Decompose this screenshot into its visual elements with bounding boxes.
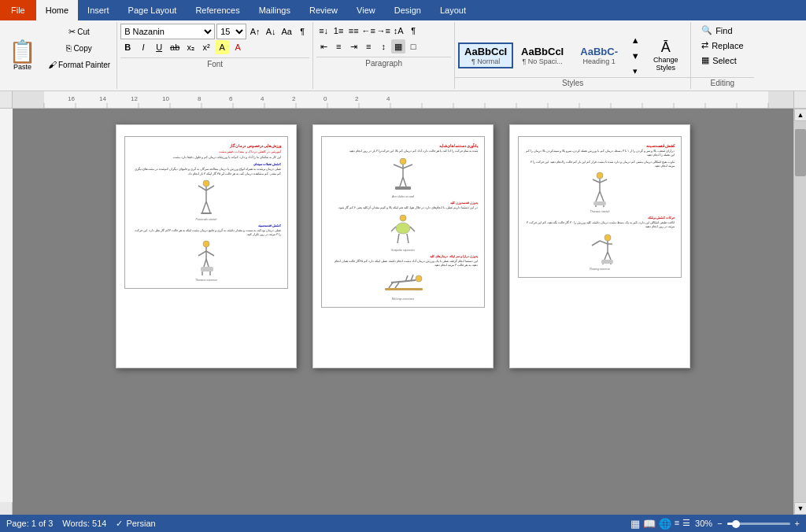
tab-design[interactable]: Design [385, 0, 431, 20]
svg-text:2: 2 [355, 95, 359, 102]
web-layout-button[interactable]: 🌐 [659, 518, 671, 530]
copy-button[interactable]: ⎘ Copy [45, 40, 113, 56]
language-indicator[interactable]: ✓ Persian [116, 519, 155, 529]
justify-button[interactable]: ≡ [361, 39, 375, 54]
svg-line-49 [206, 251, 214, 256]
italic-button[interactable]: I [136, 40, 150, 54]
highlight-button[interactable]: A [215, 40, 229, 54]
align-center-button[interactable]: ≡ [331, 39, 346, 54]
scroll-up-button[interactable]: ▲ [794, 109, 806, 121]
style-no-spacing[interactable]: AaBbCcI ¶ No Spaci... [515, 42, 570, 68]
superscript-button[interactable]: x² [199, 40, 213, 54]
indent-decrease-button[interactable]: ←≡ [361, 24, 375, 38]
bold-button[interactable]: B [120, 40, 135, 54]
borders-button[interactable]: □ [406, 39, 420, 54]
zoom-slider[interactable] [727, 523, 790, 525]
svg-line-65 [410, 227, 415, 231]
svg-line-79 [596, 191, 600, 201]
shading-button[interactable]: ▦ [391, 39, 405, 54]
clear-format-button[interactable]: Aa [279, 24, 294, 39]
vertical-ruler-svg [0, 109, 13, 502]
zoom-in-button[interactable]: + [795, 519, 800, 528]
tab-review[interactable]: Review [300, 0, 347, 20]
vertical-scrollbar[interactable]: ▲ ▼ [793, 109, 806, 515]
mid-trap-svg [383, 271, 423, 294]
show-all-button[interactable]: ¶ [295, 24, 309, 39]
p2-figure3 [328, 271, 478, 294]
strikethrough-button[interactable]: ab [168, 40, 182, 54]
scroll-track[interactable] [794, 121, 806, 502]
zoom-out-button[interactable]: − [717, 519, 722, 528]
outline-button[interactable]: ≡ [675, 518, 679, 530]
horizontal-ruler: 16 14 12 10 8 6 4 2 0 2 4 [13, 91, 793, 108]
tab-page-layout[interactable]: Page Layout [119, 0, 187, 20]
find-button[interactable]: 🔍 Find [697, 24, 747, 37]
multilevel-list-button[interactable]: ≡≡ [346, 24, 360, 38]
paste-button[interactable]: 📋 Paste [3, 24, 42, 87]
show-marks-button[interactable]: ¶ [406, 24, 420, 38]
tab-home[interactable]: Home [36, 0, 78, 20]
svg-line-86 [600, 241, 608, 244]
subscript-button[interactable]: x₂ [183, 40, 198, 54]
svg-line-69 [391, 280, 416, 283]
document-area[interactable]: ورزش‌هایی درخصوص درمان گاز آموزشی در کاه… [13, 109, 793, 515]
list-bullets-button[interactable]: ≡↓ [316, 24, 331, 38]
indent-increase-button[interactable]: →≡ [376, 24, 390, 38]
replace-button[interactable]: ⇄ Replace [697, 39, 747, 52]
styles-scroll-up[interactable]: ▲ [628, 33, 642, 47]
p1-subtitle: آموزشی در کاهش دردناک و معدات دقیقی پشت [131, 150, 281, 153]
font-size-select[interactable]: 15 [216, 24, 246, 39]
change-styles-button[interactable]: Ā Change Styles [644, 37, 687, 74]
styles-more[interactable]: ▾ [628, 65, 642, 79]
svg-rect-45 [201, 212, 212, 214]
font-label: Font [120, 57, 309, 68]
draft-button[interactable]: ☰ [682, 518, 690, 530]
tab-layout[interactable]: Layout [431, 0, 475, 20]
svg-rect-2 [768, 91, 793, 108]
svg-rect-74 [385, 288, 423, 290]
font-row-1: B Nazanin 15 A↑ A↓ Aa ¶ [120, 24, 309, 39]
font-grow-button[interactable]: A↑ [248, 24, 262, 39]
select-button[interactable]: ▦ Select [697, 54, 747, 67]
align-left-button[interactable]: ⇤ [316, 39, 331, 54]
style-heading1[interactable]: AaBbC- Heading 1 [571, 42, 627, 68]
list-numbers-button[interactable]: 1≡ [331, 24, 346, 38]
underline-button[interactable]: U [152, 40, 166, 54]
editing-label: Editing [691, 77, 753, 87]
svg-point-62 [400, 215, 406, 221]
scroll-down-button[interactable]: ▼ [794, 502, 806, 515]
svg-line-90 [608, 252, 611, 260]
ruler-corner [0, 91, 13, 108]
tab-mailings[interactable]: Mailings [250, 0, 300, 20]
scroll-thumb[interactable] [795, 129, 806, 176]
zoom-area: ▦ 📖 🌐 ≡ ☰ 30% − + [630, 518, 800, 530]
style-normal[interactable]: AaBbCcI ¶ Normal [458, 42, 513, 68]
tab-view[interactable]: View [347, 0, 385, 20]
font-shrink-button[interactable]: A↓ [264, 24, 278, 39]
p1-text3: عملی درمان بودکند، به سمت و مقدار داشته،… [131, 229, 281, 238]
paragraph-group: ≡↓ 1≡ ≡≡ ←≡ →≡ ↕A ¶ ⇤ ≡ ⇥ ≡ ↕ ▦ □ Paragr… [313, 22, 455, 89]
align-right-button[interactable]: ⇥ [346, 39, 360, 54]
svg-line-48 [198, 251, 206, 256]
font-color-button[interactable]: A [231, 40, 245, 54]
font-family-select[interactable]: B Nazanin [120, 24, 215, 39]
svg-line-43 [202, 201, 206, 212]
svg-line-89 [604, 252, 608, 260]
print-layout-button[interactable]: ▦ [630, 518, 640, 530]
tab-insert[interactable]: Insert [78, 0, 119, 20]
line-spacing-button[interactable]: ↕ [376, 39, 390, 54]
format-painter-button[interactable]: 🖌 Format Painter [45, 57, 113, 72]
rowing-svg [586, 233, 614, 264]
full-reading-button[interactable]: 📖 [643, 518, 656, 530]
svg-text:0: 0 [324, 95, 327, 102]
styles-group: AaBbCcI ¶ Normal AaBbCcI ¶ No Spaci... A… [455, 22, 691, 89]
tab-file[interactable]: File [0, 0, 36, 20]
cut-button[interactable]: ✂ Cut [45, 24, 113, 39]
svg-line-67 [407, 234, 409, 243]
styles-scroll-down[interactable]: ▼ [628, 49, 642, 63]
sort-button[interactable]: ↕A [391, 24, 405, 38]
tab-references[interactable]: References [186, 0, 249, 20]
ruler-right [793, 91, 806, 108]
zoom-slider-thumb[interactable] [732, 520, 740, 528]
p2-section3: یه‌وزن درازا و سر اینکه درمان‌های کلید [328, 254, 478, 258]
